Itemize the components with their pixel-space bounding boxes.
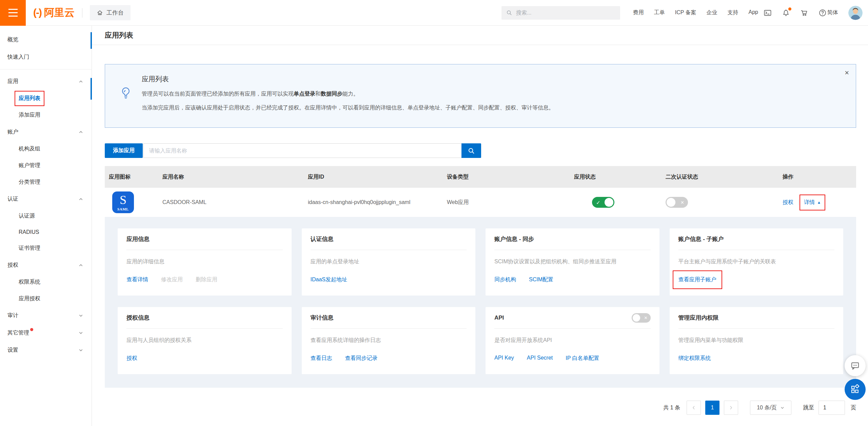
alibaba-cloud-logo[interactable]: (-) 阿里云 — [33, 6, 75, 20]
topbar: (-) 阿里云 工作台 费用工单ICP 备案企业支持App 简体 — [0, 0, 868, 26]
quick-apps-button[interactable] — [845, 379, 866, 400]
topnav-item-expenses[interactable]: 费用 — [633, 9, 644, 16]
sidebar-item-overview[interactable]: 概览 — [0, 31, 92, 48]
global-search-input[interactable] — [515, 9, 615, 16]
table-header-mfa-status: 二次认证状态 — [662, 174, 778, 181]
app-search-button[interactable] — [461, 143, 481, 158]
page-size-select[interactable]: 10 条/页 — [750, 401, 791, 415]
card-link-view-details[interactable]: 查看详情 — [126, 276, 148, 283]
sidebar-item-cert-mgmt[interactable]: 证书管理 — [0, 240, 92, 257]
card-link-view-app-subaccounts[interactable]: 查看应用子账户 — [678, 276, 716, 283]
topnav-item-app[interactable]: App — [749, 9, 758, 16]
sidebar-item-org-and-groups[interactable]: 机构及组 — [0, 141, 92, 157]
card-link-idaas-initiate-url[interactable]: IDaaS发起地址 — [311, 276, 347, 283]
sidebar-divider — [0, 69, 92, 69]
chevron-up-icon — [78, 263, 83, 268]
card-title: 账户信息 - 子账户 — [678, 235, 724, 243]
card-description: SCIM协议设置以及把组织机构、组同步推送至应用 — [494, 258, 651, 265]
detail-link[interactable]: 详情 ▲ — [804, 199, 821, 206]
sidebar-item-app-list[interactable]: 应用列表 — [0, 90, 92, 107]
sidebar-item-permission-systems[interactable]: 权限系统 — [0, 274, 92, 290]
table-header-actions: 操作 — [778, 174, 856, 181]
sidebar-item-label: 设置 — [7, 347, 18, 354]
app-name-search-input[interactable] — [143, 143, 461, 158]
sidebar-item-label: RADIUS — [19, 229, 39, 235]
card-in-app-perms-header: 管理应用内权限 — [678, 307, 835, 329]
card-title: 应用信息 — [126, 235, 150, 243]
feedback-chat-button[interactable] — [845, 355, 866, 376]
sidebar-item-add-app[interactable]: 添加应用 — [0, 107, 92, 123]
table-row: S SAML CASDOOR-SAML idaas-cn-shanghai-pv… — [105, 188, 856, 217]
sidebar-item-quick-start[interactable]: 快速入门 — [0, 48, 92, 66]
sidebar-item-label: 权限系统 — [19, 279, 40, 286]
locale-switcher[interactable]: 简体 — [827, 9, 838, 16]
card-link-scim-config[interactable]: SCIM配置 — [529, 276, 553, 283]
card-title: 授权信息 — [126, 314, 150, 322]
card-link-view-logs[interactable]: 查看日志 — [311, 355, 332, 362]
notification-bell-icon[interactable] — [782, 9, 790, 17]
pagination-page-1[interactable]: 1 — [705, 401, 719, 415]
authorize-link[interactable]: 授权 — [783, 199, 793, 206]
workbench-button[interactable]: 工作台 — [90, 5, 131, 20]
api-open-toggle[interactable]: ✕ — [632, 313, 651, 323]
topnav-item-icp-filing[interactable]: ICP 备案 — [675, 9, 696, 16]
sidebar-item-settings-group[interactable]: 设置 — [0, 342, 92, 359]
sidebar-item-accounts-group[interactable]: 账户 — [0, 123, 92, 141]
card-link-bind-permission-system[interactable]: 绑定权限系统 — [678, 355, 711, 362]
card-link-view-sync-records[interactable]: 查看同步记录 — [345, 355, 378, 362]
card-link-sync-org[interactable]: 同步机构 — [494, 276, 516, 283]
sidebar-item-authn-sources[interactable]: 认证源 — [0, 208, 92, 224]
card-in-app-perms: 管理应用内权限管理应用内菜单与功能权限绑定权限系统 — [670, 307, 844, 374]
table-header-app-status: 应用状态 — [570, 174, 662, 181]
mfa-status-toggle[interactable]: ✕ — [666, 197, 688, 208]
hamburger-menu-icon[interactable] — [0, 0, 26, 26]
banner-text: 应用列表 管理员可以在当前页面管理已经添加的所有应用，应用可以实现单点登录和数据… — [142, 74, 554, 111]
logo-text: 阿里云 — [44, 6, 75, 20]
sidebar-item-label: 账户 — [7, 128, 18, 136]
card-description: 应用与人员组织的授权关系 — [126, 337, 283, 344]
card-authz-info-header: 授权信息 — [126, 307, 283, 329]
sidebar-item-account-mgmt[interactable]: 账户管理 — [0, 157, 92, 174]
chevron-up-icon — [78, 197, 83, 202]
cart-icon[interactable] — [800, 9, 808, 17]
topnav-item-enterprise[interactable]: 企业 — [707, 9, 717, 16]
card-link-authorize[interactable]: 授权 — [126, 355, 137, 362]
sidebar-item-other-mgmt-group[interactable]: 其它管理 — [0, 324, 92, 342]
page-unit-label: 页 — [851, 404, 856, 411]
sidebar-item-authn-group[interactable]: 认证 — [0, 190, 92, 208]
detail-link-label: 详情 — [804, 199, 815, 206]
sidebar-item-authz-group[interactable]: 授权 — [0, 257, 92, 274]
terminal-icon[interactable] — [764, 9, 772, 17]
sidebar-item-app-authorization[interactable]: 应用授权 — [0, 290, 92, 307]
chat-bubble-icon — [850, 361, 860, 371]
list-toolbar: 添加应用 — [105, 143, 856, 158]
pagination-prev-button[interactable] — [687, 401, 701, 415]
banner-title: 应用列表 — [142, 75, 554, 84]
app-status-toggle[interactable]: ✓ — [592, 197, 614, 208]
sidebar-item-audit-group[interactable]: 审计 — [0, 307, 92, 324]
topnav-item-support[interactable]: 支持 — [728, 9, 738, 16]
card-link-api-key[interactable]: API Key — [494, 355, 514, 362]
card-title: API — [494, 315, 504, 321]
app-table: 应用图标应用名称应用ID设备类型应用状态二次认证状态操作 S SAML CASD… — [105, 166, 856, 388]
sidebar-item-label: 授权 — [7, 262, 18, 269]
jump-to-page-input[interactable] — [818, 401, 845, 415]
sidebar-item-radius[interactable]: RADIUS — [0, 224, 92, 240]
card-link-api-secret[interactable]: API Secret — [527, 355, 553, 362]
card-links: 查看应用子账户 — [678, 276, 835, 283]
main-content: 应用列表 应用列表 管理员可以在当前页面管理已经添加的所有应用，应用可以实现单点… — [92, 26, 868, 426]
pagination-next-button[interactable] — [724, 401, 738, 415]
topnav-item-tickets[interactable]: 工单 — [654, 9, 665, 16]
sidebar-item-category-mgmt[interactable]: 分类管理 — [0, 174, 92, 190]
banner-text-segment: 能力。 — [342, 91, 359, 97]
banner-close-icon[interactable]: × — [845, 69, 849, 77]
chevron-down-icon — [780, 406, 785, 410]
sidebar-item-apps-group[interactable]: 应用 — [0, 73, 92, 90]
device-type-value: Web应用 — [447, 199, 469, 206]
user-avatar[interactable] — [848, 6, 863, 20]
help-icon[interactable] — [818, 9, 827, 17]
add-app-button[interactable]: 添加应用 — [105, 143, 143, 158]
cell-app-id: idaas-cn-shanghai-pvl0hq0ojjpplugin_saml — [304, 199, 443, 205]
cell-mfa-status: ✕ — [662, 197, 778, 208]
card-link-ip-whitelist[interactable]: IP 白名单配置 — [566, 355, 599, 362]
